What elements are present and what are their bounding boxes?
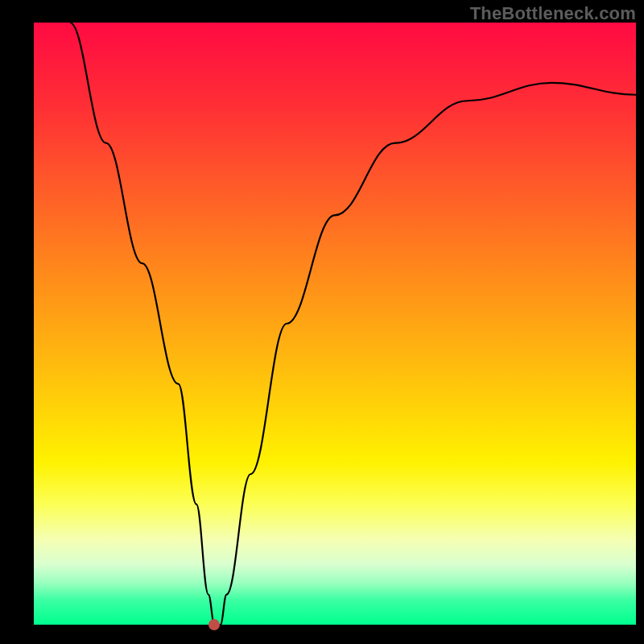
chart-frame: TheBottleneck.com [0, 0, 644, 644]
watermark-text: TheBottleneck.com [470, 3, 636, 24]
optimal-point-marker [208, 619, 220, 630]
curve-svg [34, 23, 636, 625]
plot-area [34, 23, 636, 625]
bottleneck-curve-path [70, 23, 636, 625]
